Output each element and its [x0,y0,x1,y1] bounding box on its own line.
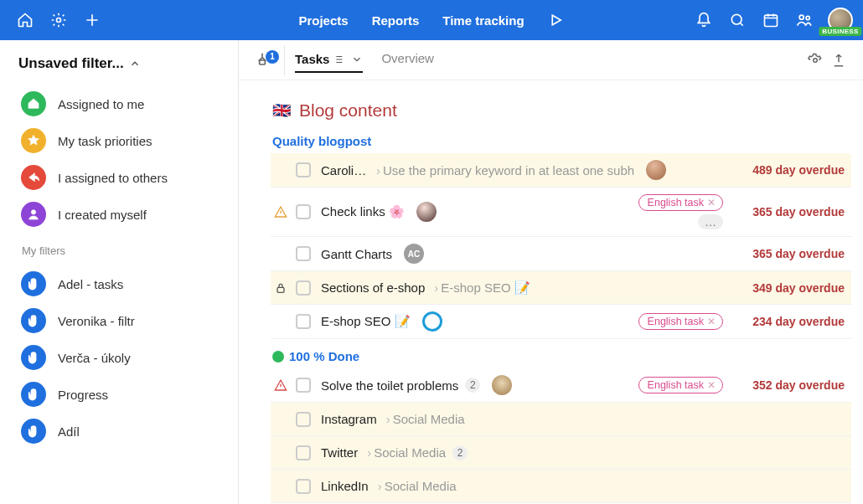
sidebar-preset-item[interactable]: I created myself [0,196,238,233]
sidebar-preset-item[interactable]: I assigned to others [0,159,238,196]
sidebar-preset-item[interactable]: My task priorities [0,122,238,159]
chevron-up-icon [129,58,141,69]
sidebar-item-label: Verča - úkoly [58,351,131,365]
page-title[interactable]: 🇬🇧 Blog content [272,100,851,121]
svg-point-3 [799,15,804,19]
overdue-label: 349 day overdue [731,281,845,295]
assignee-avatar[interactable] [492,375,512,395]
sidebar-filter-item[interactable]: Progress [0,376,238,413]
sub-bar: 1 Tasks Overview [239,40,863,80]
user-icon [21,202,46,227]
overdue-label: 365 day overdue [731,205,845,219]
task-row[interactable]: Twitter› Social Media2 [271,436,851,470]
sidebar-item-label: I assigned to others [58,171,168,185]
task-name: Solve the toilet problems [321,378,458,393]
pin-icon[interactable]: 1 [247,52,277,69]
sidebar-preset-item[interactable]: Assigned to me [0,85,238,122]
task-name: LinkedIn [321,479,369,493]
task-checkbox[interactable] [296,314,311,329]
sidebar-title[interactable]: Unsaved filter... [0,40,238,80]
sidebar-filter-item[interactable]: Adel - tasks [0,265,238,302]
export-icon[interactable] [831,53,846,68]
nav-timetracking[interactable]: Time tracking [442,13,524,28]
clip-icon [21,345,46,370]
tag-remove-icon[interactable]: ✕ [707,316,716,327]
assignee-avatar[interactable] [416,202,437,222]
task-checkbox[interactable] [296,280,311,296]
assignee-avatar[interactable] [646,160,666,180]
overdue-label: 352 day overdue [731,378,845,392]
sidebar-filter-item[interactable]: Veronika - filtr [0,302,238,339]
group-title-label: 100 % Done [289,349,359,363]
play-icon[interactable] [548,5,565,35]
more-tags[interactable]: … [698,214,723,229]
assignee-avatar[interactable]: AC [404,244,424,264]
nav-reports[interactable]: Reports [372,13,420,28]
svg-point-4 [806,16,809,19]
task-tag[interactable]: English task✕ [638,313,723,330]
chevron-right-icon: › [367,445,371,460]
task-crumb: Use the primary keyword in at least one … [383,163,634,177]
task-checkbox[interactable] [296,412,311,427]
nav-projects[interactable]: Projects [298,13,348,28]
status-dot-icon [272,351,284,363]
clip-icon [21,308,46,333]
sidebar-filter-item[interactable]: Verča - úkoly [0,339,238,376]
task-row[interactable]: LinkedIn› Social Media [271,470,851,503]
assignee-avatar[interactable] [422,311,442,332]
task-name: Instagram [321,412,377,426]
svg-rect-7 [277,287,284,292]
group-title[interactable]: Quality blogpost [272,134,851,148]
task-crumb: Social Media [385,479,457,493]
task-row[interactable]: E-shop SEO 📝English task✕234 day overdue [271,305,851,339]
gear-icon[interactable] [44,5,74,35]
people-icon[interactable] [789,5,819,35]
task-row[interactable]: Gantt ChartsAC365 day overdue [271,237,851,271]
calendar-icon[interactable] [756,5,786,35]
tab-overview[interactable]: Overview [381,51,434,69]
chevron-right-icon: › [386,412,390,426]
group-title[interactable]: 100 % Done [272,349,851,363]
task-name: Check links 🌸 [321,204,405,219]
tag-remove-icon[interactable]: ✕ [707,197,716,208]
task-tag[interactable]: English task✕ [638,377,723,393]
task-checkbox[interactable] [296,378,311,393]
task-tag[interactable]: English task✕ [638,194,723,211]
sidebar-filter-item[interactable]: Adíl [0,413,238,450]
task-row[interactable]: Check links 🌸English task✕…365 day overd… [271,188,851,237]
sidebar-item-label: I created myself [58,208,147,222]
task-row[interactable]: Carolina› Use the primary keyword in at … [271,153,851,188]
chevron-right-icon: › [376,163,380,177]
task-name: Sections of e-shop [321,280,425,295]
task-row[interactable]: Sections of e-shop› E-shop SEO 📝349 day … [271,271,851,305]
task-checkbox[interactable] [296,246,311,261]
search-icon[interactable] [722,5,752,35]
sidebar-item-label: Adíl [58,424,80,439]
home-icon [21,91,46,116]
gear-icon[interactable] [808,53,823,68]
flag-icon: 🇬🇧 [272,101,291,120]
home-icon[interactable] [10,5,40,35]
sidebar-title-label: Unsaved filter... [18,55,124,72]
share-icon [21,165,46,190]
overdue-label: 365 day overdue [731,247,845,260]
clip-icon [21,419,46,444]
add-icon[interactable] [77,5,107,35]
task-checkbox[interactable] [296,445,311,460]
sidebar-item-label: My task priorities [58,134,152,148]
chevron-right-icon: › [434,280,438,295]
task-checkbox[interactable] [296,479,311,494]
clip-icon [21,271,46,296]
task-row[interactable]: Solve the toilet problems2English task✕3… [271,368,851,403]
svg-point-6 [814,58,818,62]
user-avatar[interactable]: BUSINESS [828,8,853,33]
task-crumb: Social Media [393,412,465,426]
svg-rect-2 [765,15,778,26]
task-crumb: Social Media [374,445,446,460]
tab-tasks[interactable]: Tasks [295,52,363,73]
task-row[interactable]: Instagram› Social Media [271,403,851,436]
task-checkbox[interactable] [296,162,311,177]
bell-icon[interactable] [689,5,719,35]
tag-remove-icon[interactable]: ✕ [707,379,716,391]
task-checkbox[interactable] [296,204,311,219]
